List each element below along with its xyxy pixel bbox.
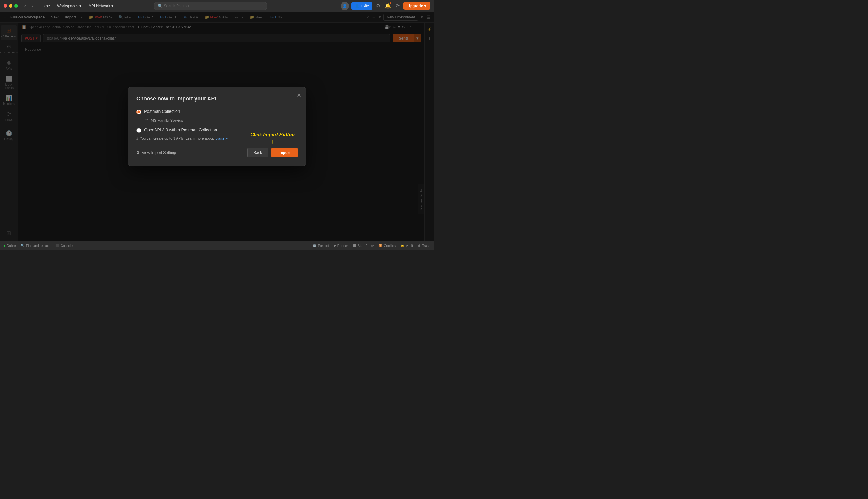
find-replace-icon: 🔍 <box>21 244 25 247</box>
back-nav-button[interactable]: ‹ <box>23 3 28 9</box>
cookies-icon: 🍪 <box>378 244 383 247</box>
find-replace-button[interactable]: 🔍 Find and replace <box>21 244 50 247</box>
console-button[interactable]: ⬛ Console <box>55 244 72 247</box>
runner-icon: ▶ <box>334 244 336 247</box>
trash-icon: 🗑 <box>418 244 421 247</box>
openapi-radio[interactable] <box>136 128 141 133</box>
settings-icon[interactable]: ⚙ <box>375 2 381 10</box>
postman-collection-sub: 🗑 MS-Vanilla Service <box>144 118 298 123</box>
postman-collection-radio[interactable] <box>136 110 141 114</box>
openapi-label: OpenAPI 3.0 with a Postman Collection <box>144 127 217 132</box>
annotation: Click Import Button ↓ <box>251 132 295 145</box>
modal-overlay: ✕ Choose how to import your API Postman … <box>0 12 434 241</box>
maximize-button[interactable] <box>14 4 18 8</box>
modal-footer: ⚙ View Import Settings Click Import Butt… <box>136 148 298 157</box>
forward-nav-button[interactable]: › <box>30 3 35 9</box>
api-network-nav[interactable]: API Network ▾ <box>86 2 116 9</box>
collection-sub-text: MS-Vanilla Service <box>151 118 183 123</box>
online-status[interactable]: Online <box>3 244 16 247</box>
postman-collection-option[interactable]: Postman Collection <box>136 109 298 114</box>
console-icon: ⬛ <box>55 244 59 247</box>
modal-close-button[interactable]: ✕ <box>297 92 301 99</box>
info-icon: ℹ <box>136 136 138 141</box>
titlebar: ‹ › Home Workspaces ▾ API Network ▾ 🔍 Se… <box>0 0 434 12</box>
import-action-button[interactable]: Import <box>271 148 298 157</box>
search-bar[interactable]: 🔍 Search Postman <box>154 2 267 10</box>
traffic-lights <box>3 4 18 8</box>
titlebar-right: 👤 👤 Invite ⚙ 🔔 ⟳ Upgrade ▾ <box>341 2 430 10</box>
annotation-arrow: ↓ <box>251 138 295 145</box>
postman-collection-label: Postman Collection <box>144 109 180 114</box>
info-text: You can create up to 3 APIs. Learn more … <box>140 136 214 141</box>
postbot-icon: 🤖 <box>312 244 317 247</box>
back-button[interactable]: Back <box>247 148 269 157</box>
home-nav[interactable]: Home <box>37 2 52 9</box>
search-icon: 🔍 <box>158 4 162 8</box>
modal-buttons: Click Import Button ↓ Back Import <box>247 148 298 157</box>
vault-button[interactable]: 🔒 Vault <box>401 244 413 247</box>
minimize-button[interactable] <box>9 4 12 8</box>
proxy-icon: ⬤ <box>353 244 356 247</box>
online-dot <box>3 245 5 246</box>
modal-title: Choose how to import your API <box>136 96 298 102</box>
invite-button[interactable]: 👤 Invite <box>352 2 373 10</box>
notification-badge <box>390 2 392 4</box>
close-button[interactable] <box>3 4 7 8</box>
gear-icon: ⚙ <box>136 150 140 155</box>
statusbar-right: 🤖 Postbot ▶ Runner ⬤ Start Proxy 🍪 Cooki… <box>312 244 430 247</box>
runner-button[interactable]: ▶ Runner <box>334 244 348 247</box>
upgrade-button[interactable]: Upgrade ▾ <box>403 2 430 10</box>
view-import-settings-button[interactable]: ⚙ View Import Settings <box>136 150 177 155</box>
cookies-button[interactable]: 🍪 Cookies <box>378 244 396 247</box>
vault-icon: 🔒 <box>401 244 405 247</box>
notification-icon[interactable]: 🔔 <box>384 2 392 10</box>
invite-icon: 👤 <box>355 4 359 8</box>
avatar-icon: 👤 <box>341 2 349 10</box>
annotation-text: Click Import Button <box>251 132 295 137</box>
import-api-modal: ✕ Choose how to import your API Postman … <box>128 87 306 166</box>
postbot-button[interactable]: 🤖 Postbot <box>312 244 329 247</box>
trash-button[interactable]: 🗑 Trash <box>418 244 430 247</box>
workspaces-nav[interactable]: Workspaces ▾ <box>55 2 84 9</box>
statusbar: Online 🔍 Find and replace ⬛ Console 🤖 Po… <box>0 241 434 250</box>
sync-icon[interactable]: ⟳ <box>394 2 401 10</box>
start-proxy-button[interactable]: ⬤ Start Proxy <box>353 244 374 247</box>
plans-link[interactable]: plans ↗ <box>215 136 228 141</box>
collection-sub-icon: 🗑 <box>144 118 148 123</box>
